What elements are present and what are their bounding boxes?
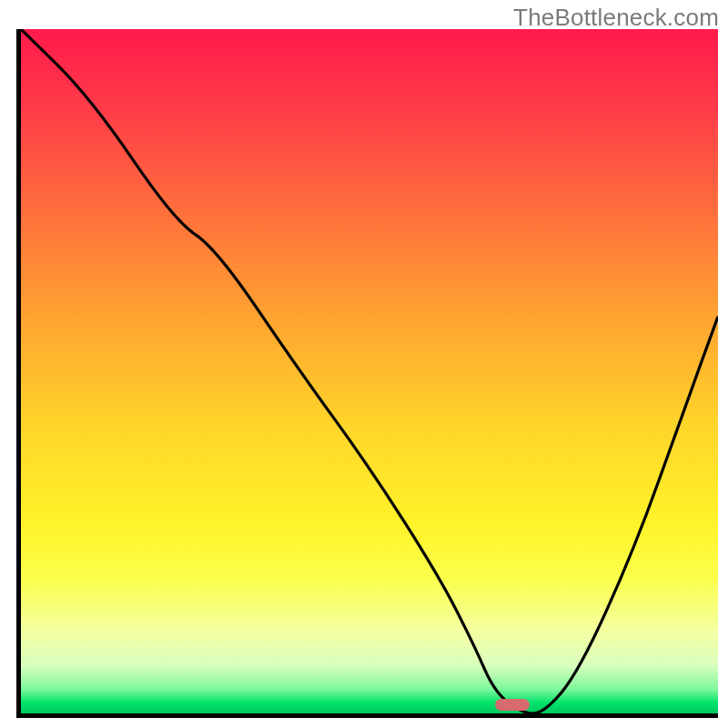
bottleneck-curve — [21, 29, 718, 713]
chart-frame: TheBottleneck.com — [0, 0, 728, 728]
optimum-marker — [495, 699, 530, 711]
plot-area — [16, 29, 718, 718]
watermark-text: TheBottleneck.com — [513, 4, 719, 32]
